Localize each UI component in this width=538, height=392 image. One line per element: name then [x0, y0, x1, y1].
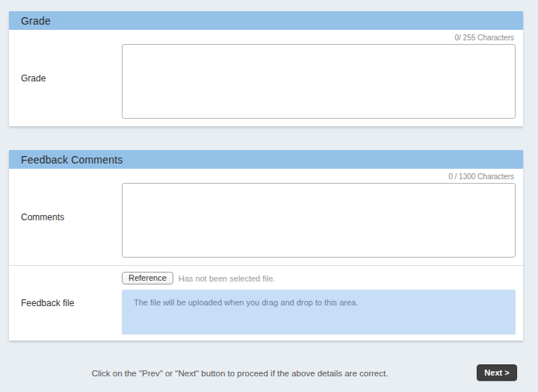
- file-dropzone[interactable]: The file will be uploaded when you drag …: [122, 290, 516, 335]
- file-status-text: Has not been selected file.: [179, 274, 276, 283]
- feedback-section: Feedback Comments Comments 0 / 1300 Char…: [9, 150, 523, 340]
- grading-page: Grade Grade 0/ 255 Characters Feedback C…: [0, 0, 538, 392]
- comments-input[interactable]: [122, 183, 516, 258]
- comments-label: Comments: [9, 169, 122, 265]
- feedback-file-content: Reference Has not been selected file. Th…: [122, 266, 523, 340]
- next-button[interactable]: Next >: [477, 364, 517, 381]
- grade-section-header: Grade: [9, 11, 523, 30]
- instruction-text: Click on the "Prev" or "Next" button to …: [9, 369, 471, 378]
- comments-char-counter: 0 / 1300 Characters: [122, 169, 516, 183]
- footer-instruction-row: Click on the "Prev" or "Next" button to …: [9, 364, 523, 387]
- grade-content: 0/ 255 Characters: [122, 30, 523, 126]
- comments-content: 0 / 1300 Characters: [122, 169, 523, 265]
- grade-row: Grade 0/ 255 Characters: [9, 30, 523, 126]
- reference-file-button[interactable]: Reference: [122, 272, 173, 284]
- grade-label: Grade: [9, 30, 122, 126]
- comments-row: Comments 0 / 1300 Characters: [9, 169, 523, 265]
- grade-section: Grade Grade 0/ 255 Characters: [9, 11, 523, 126]
- feedback-section-header: Feedback Comments: [9, 150, 523, 169]
- feedback-file-row: Feedback file Reference Has not been sel…: [9, 265, 523, 340]
- grade-char-counter: 0/ 255 Characters: [122, 30, 516, 44]
- feedback-file-label: Feedback file: [9, 266, 122, 340]
- file-picker-line: Reference Has not been selected file.: [122, 272, 516, 284]
- grade-input[interactable]: [122, 44, 516, 119]
